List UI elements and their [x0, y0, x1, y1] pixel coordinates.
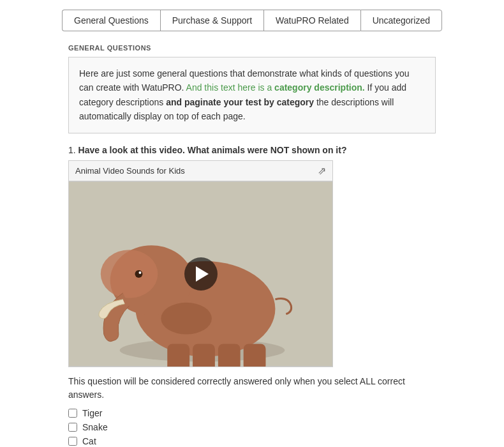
answers-list: Tiger Snake Cat	[68, 408, 436, 446]
answer-item: Tiger	[68, 408, 436, 418]
svg-point-9	[135, 270, 142, 278]
tab-general-questions[interactable]: General Questions	[62, 10, 160, 31]
description-green-prefix: And this text here is a	[186, 82, 275, 93]
tab-watupro-related[interactable]: WatuPRO Related	[263, 10, 360, 31]
description-box: Here are just some general questions tha…	[68, 57, 436, 133]
answer-label-tiger: Tiger	[82, 408, 102, 418]
svg-point-10	[138, 271, 141, 274]
svg-rect-5	[167, 344, 189, 367]
answer-checkbox-snake[interactable]	[68, 423, 77, 432]
svg-rect-6	[193, 344, 215, 367]
video-title: Animal Video Sounds for Kids	[75, 166, 185, 176]
play-icon	[196, 266, 209, 282]
svg-rect-8	[244, 344, 266, 367]
tab-uncategorized[interactable]: Uncategorized	[360, 10, 442, 31]
section-label: GENERAL QUESTIONS	[68, 44, 504, 52]
question-text: Have a look at this video. What animals …	[78, 145, 347, 155]
answer-checkbox-tiger[interactable]	[68, 409, 77, 418]
answer-item: Cat	[68, 436, 436, 446]
question-note: This question will be considered correct…	[68, 375, 436, 402]
question-num-label: 1.	[68, 145, 76, 155]
tab-purchase-support[interactable]: Purchase & Support	[160, 10, 263, 31]
share-icon[interactable]: ⇗	[318, 165, 326, 177]
tab-bar: General Questions Purchase & Support Wat…	[0, 0, 504, 38]
video-player: Animal Video Sounds for Kids ⇗	[68, 160, 333, 367]
description-bold: and paginate your test by category	[166, 97, 314, 107]
question-number: 1. Have a look at this video. What anima…	[68, 145, 436, 155]
description-bold-green: category description.	[274, 82, 365, 93]
svg-rect-7	[218, 344, 241, 367]
video-thumbnail[interactable]	[69, 181, 332, 367]
play-button[interactable]	[184, 257, 218, 291]
answer-label-snake: Snake	[82, 422, 108, 432]
answer-label-cat: Cat	[82, 436, 96, 446]
question-container: 1. Have a look at this video. What anima…	[68, 145, 436, 446]
answer-checkbox-cat[interactable]	[68, 437, 77, 446]
svg-point-15	[161, 302, 212, 334]
video-titlebar: Animal Video Sounds for Kids ⇗	[69, 161, 332, 181]
svg-point-4	[101, 250, 158, 298]
answer-item: Snake	[68, 422, 436, 432]
